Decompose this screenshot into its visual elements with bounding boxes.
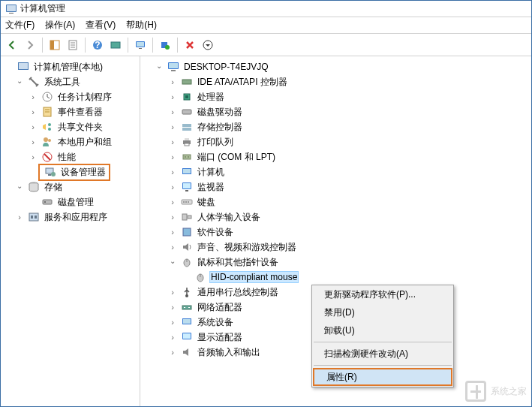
back-button[interactable]: [4, 37, 20, 53]
menu-action[interactable]: 操作(A): [45, 19, 75, 32]
svg-point-26: [44, 137, 48, 142]
svg-rect-14: [139, 48, 142, 49]
toolbar: ?: [1, 34, 531, 56]
tools-icon: [28, 76, 40, 88]
cm-scan[interactable]: 扫描检测硬件改动(A): [312, 345, 453, 363]
device-keyboards[interactable]: 键盘: [140, 194, 531, 210]
dropdown-button[interactable]: [200, 37, 216, 53]
device-hid[interactable]: 人体学输入设备: [140, 210, 531, 225]
cpu-icon: [181, 91, 193, 103]
tree-services[interactable]: 服务和应用程序: [1, 210, 140, 225]
toolbar-separator: [152, 38, 153, 53]
svg-point-25: [48, 128, 51, 131]
device-print[interactable]: 打印队列: [140, 134, 531, 149]
cm-disable[interactable]: 禁用(D): [312, 303, 453, 321]
svg-point-69: [185, 294, 188, 297]
svg-point-27: [48, 139, 51, 142]
device-mgr-icon: [44, 166, 56, 178]
svg-rect-33: [43, 200, 52, 204]
computer-mgmt-icon: [17, 61, 29, 73]
svg-point-24: [48, 123, 51, 126]
help-button[interactable]: ?: [89, 37, 106, 53]
cm-properties[interactable]: 属性(R): [313, 368, 452, 386]
tree-storage[interactable]: 存储: [1, 179, 140, 194]
menu-help[interactable]: 帮助(H): [126, 19, 157, 32]
scan-button[interactable]: [157, 37, 173, 53]
svg-rect-41: [182, 80, 191, 84]
tree-performance[interactable]: 性能: [1, 149, 140, 164]
svg-rect-59: [183, 201, 185, 203]
svg-rect-48: [185, 138, 189, 140]
device-ide[interactable]: IDE ATA/ATAPI 控制器: [140, 74, 531, 89]
svg-point-52: [188, 156, 189, 158]
svg-rect-45: [182, 124, 191, 127]
users-icon: [41, 136, 53, 148]
window-title: 计算机管理: [20, 2, 65, 15]
forward-button[interactable]: [22, 37, 38, 53]
svg-rect-57: [185, 190, 188, 191]
svg-rect-49: [185, 143, 189, 146]
menu-view[interactable]: 查看(V): [86, 19, 116, 32]
svg-rect-60: [185, 201, 187, 203]
tree-local-users[interactable]: 本地用户和组: [1, 134, 140, 149]
share-icon: [41, 121, 53, 133]
computer-icon: [167, 61, 179, 73]
svg-rect-64: [183, 228, 191, 236]
storage-icon: [28, 181, 40, 193]
tree-device-manager[interactable]: 设备管理器: [1, 164, 140, 179]
tree-system-tools[interactable]: 系统工具: [1, 74, 140, 89]
tree-root[interactable]: 计算机管理(本地): [1, 59, 140, 74]
menu-file[interactable]: 文件(F): [5, 19, 35, 32]
svg-rect-71: [184, 307, 185, 308]
tree-shared-folders[interactable]: 共享文件夹: [1, 119, 140, 134]
svg-point-31: [51, 172, 56, 176]
svg-rect-74: [183, 319, 191, 324]
svg-rect-2: [9, 13, 14, 14]
svg-rect-19: [19, 63, 28, 69]
tree-task-scheduler[interactable]: 任务计划程序: [1, 89, 140, 104]
system-icon: [181, 316, 193, 328]
svg-rect-46: [182, 128, 191, 131]
monitor-button[interactable]: [132, 37, 149, 53]
device-disk-drives[interactable]: 磁盘驱动器: [140, 104, 531, 119]
device-cpu[interactable]: 处理器: [140, 89, 531, 104]
svg-rect-63: [188, 216, 191, 219]
svg-rect-30: [48, 174, 51, 176]
cm-uninstall[interactable]: 卸载(U): [312, 321, 453, 339]
device-hid-mouse[interactable]: HID-compliant mouse: [140, 270, 531, 285]
port-icon: [181, 151, 193, 163]
svg-point-16: [165, 45, 170, 50]
device-ports[interactable]: 端口 (COM 和 LPT): [140, 149, 531, 164]
properties-button[interactable]: [65, 37, 81, 53]
disk-drive-icon: [181, 106, 193, 118]
cm-separator: [314, 365, 452, 366]
svg-rect-56: [183, 183, 191, 188]
svg-point-34: [44, 201, 46, 203]
device-sound[interactable]: 声音、视频和游戏控制器: [140, 240, 531, 255]
svg-point-51: [185, 156, 186, 158]
audio-icon: [181, 346, 193, 358]
device-software[interactable]: 软件设备: [140, 225, 531, 240]
svg-rect-36: [31, 216, 33, 219]
app-icon: [5, 3, 17, 15]
uninstall-button[interactable]: [182, 37, 198, 53]
monitor-icon: [181, 181, 193, 193]
toolbar-separator: [128, 38, 128, 53]
svg-rect-39: [169, 63, 178, 68]
printer-icon: [181, 136, 193, 148]
action-button[interactable]: [107, 37, 124, 53]
context-menu: 更新驱动程序软件(P)... 禁用(D) 卸载(U) 扫描检测硬件改动(A) 属…: [311, 285, 454, 387]
device-monitors[interactable]: 监视器: [140, 179, 531, 194]
performance-icon: [41, 151, 53, 163]
show-hide-button[interactable]: [47, 37, 63, 53]
tree-disk-mgmt[interactable]: 磁盘管理: [1, 194, 140, 210]
storage-ctrl-icon: [181, 121, 193, 133]
device-root[interactable]: DESKTOP-T4EJVJQ: [140, 59, 531, 74]
device-computers[interactable]: 计算机: [140, 164, 531, 179]
services-icon: [28, 211, 40, 223]
device-mouse-cat[interactable]: 鼠标和其他指针设备: [140, 255, 531, 270]
tree-event-viewer[interactable]: 事件查看器: [1, 104, 140, 119]
device-storage-ctrl[interactable]: 存储控制器: [140, 119, 531, 134]
cm-update-driver[interactable]: 更新驱动程序软件(P)...: [312, 285, 453, 303]
clock-icon: [41, 91, 53, 103]
